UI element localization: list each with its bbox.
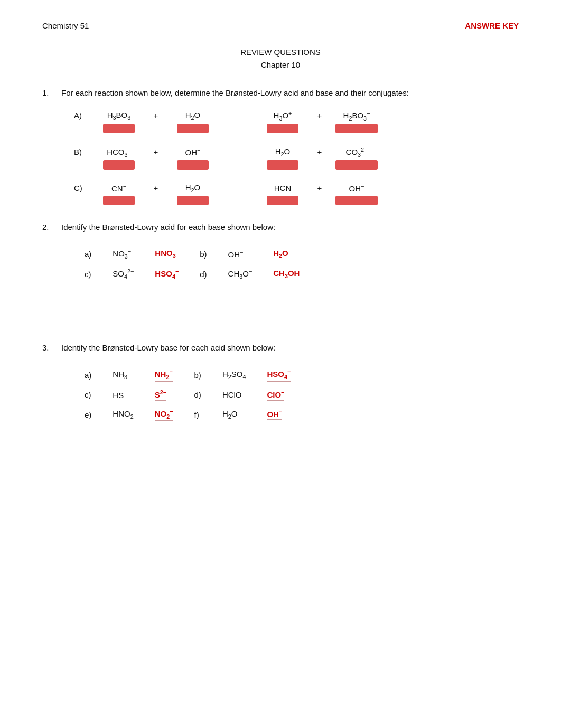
q2-row-a: a) NO3− HNO3 b) OH− H2O [74,244,310,264]
q3-f-base: OH− [256,404,301,425]
q3-a-base: NH2− [144,365,184,385]
question-1: 1. For each reaction shown below, determ… [42,87,519,206]
question-2: 2. Identify the Brønsted-Lowry acid for … [42,222,519,284]
reaction-b-p2: CO32− [333,146,380,158]
q2-b-base: OH− [218,244,263,264]
q2-c-base: SO42− [102,264,144,284]
q3-c-base: S2− [144,385,184,404]
q3-f-letter: f) [184,404,212,425]
a-label2 [177,124,209,133]
q3-d-base: ClO− [256,385,301,404]
reaction-a-row: A) H3BO3 + H2O H3O+ + H2BO3− [74,110,519,122]
q3-c-acid: HS− [102,385,144,404]
reaction-b-labels [74,160,519,170]
reaction-b: B) HCO3− + OH− H2O + CO32− [74,146,519,170]
q3-row-a: a) NH3 NH2− b) H2SO4 HSO4− [74,365,301,385]
q3-a-acid: NH3 [102,365,144,385]
reaction-c-p1: HCN [259,183,306,192]
reaction-c-label: C) [74,183,90,192]
spacer [42,300,519,342]
c-label2 [177,196,209,205]
q2-a-base: NO3− [102,244,144,264]
c-label1 [103,196,135,205]
q3-number: 3. [42,342,57,354]
b-label3 [267,160,298,170]
title-line2: Chapter 10 [42,59,519,71]
reaction-a: A) H3BO3 + H2O H3O+ + H2BO3− [74,110,519,134]
reaction-a-r1: H3BO3 [95,110,143,121]
title-line1: REVIEW QUESTIONS [42,46,519,59]
q2-b-acid: H2O [263,244,310,264]
reaction-c-r2: H2O [169,183,217,193]
q3-d-acid: HClO [212,385,257,404]
reaction-a-p1: H3O+ [259,110,306,122]
q2-a-acid: HNO3 [144,244,189,264]
a-label1 [103,124,135,133]
reaction-c-row: C) CN− + H2O HCN + OH− [74,183,519,193]
reaction-b-row: B) HCO3− + OH− H2O + CO32− [74,146,519,158]
reaction-a-plus2: + [312,111,328,120]
q3-e-acid: HNO2 [102,404,144,425]
reaction-b-plus2: + [312,148,328,156]
q3-d-letter: d) [184,385,212,404]
question-2-text: 2. Identify the Brønsted-Lowry acid for … [42,222,519,234]
q3-e-letter: e) [74,404,102,425]
q3-table: a) NH3 NH2− b) H2SO4 HSO4− c) HS− S2− d)… [74,365,301,425]
page-header: Chemistry 51 ANSWRE KEY [42,21,519,30]
q2-d-letter: d) [189,264,217,284]
reaction-c: C) CN− + H2O HCN + OH− [74,183,519,206]
c-label4 [335,196,378,205]
reaction-c-plus1: + [148,183,164,192]
a-label4 [335,124,378,133]
q2-row-c: c) SO42− HSO4− d) CH3O− CH3OH [74,264,310,284]
reaction-b-r1: HCO3− [95,146,143,158]
q3-f-acid: H2O [212,404,257,425]
q3-b-acid: H2SO4 [212,365,257,385]
q2-d-base: CH3O− [218,264,263,284]
q2-number: 2. [42,222,57,234]
course-title: Chemistry 51 [42,21,89,30]
q2-b-letter: b) [189,244,217,264]
reaction-c-p2: OH− [333,183,380,193]
q3-row-c: c) HS− S2− d) HClO ClO− [74,385,301,404]
q1-body: For each reaction shown below, determine… [61,87,409,99]
q1-number: 1. [42,87,57,99]
reaction-b-label: B) [74,148,90,156]
reaction-c-labels [74,196,519,206]
reaction-b-p1: H2O [259,147,306,158]
q3-e-base: NO2− [144,404,184,425]
page-title: REVIEW QUESTIONS Chapter 10 [42,46,519,71]
q3-b-letter: b) [184,365,212,385]
reaction-b-r2: OH− [169,147,217,157]
question-3-text: 3. Identify the Brønsted-Lowry base for … [42,342,519,354]
q2-c-acid: HSO4− [144,264,189,284]
q3-a-letter: a) [74,365,102,385]
answer-key-label: ANSWRE KEY [465,21,519,30]
q2-body: Identify the Brønsted-Lowry acid for eac… [61,222,275,234]
c-label3 [267,196,298,205]
q2-d-acid: CH3OH [263,264,310,284]
q2-a-letter: a) [74,244,102,264]
q3-body: Identify the Brønsted-Lowry base for eac… [61,342,275,354]
reaction-c-r1: CN− [95,183,143,193]
b-label1 [103,160,135,170]
q3-c-letter: c) [74,385,102,404]
reaction-a-labels [74,124,519,134]
q3-b-base: HSO4− [256,365,301,385]
question-1-text: 1. For each reaction shown below, determ… [42,87,519,99]
q2-c-letter: c) [74,264,102,284]
question-3: 3. Identify the Brønsted-Lowry base for … [42,342,519,425]
reaction-c-plus2: + [312,183,328,192]
reaction-a-p2: H2BO3− [333,110,380,122]
q2-table: a) NO3− HNO3 b) OH− H2O c) SO42− HSO4− d… [74,244,310,284]
b-label2 [177,160,209,170]
reaction-a-plus1: + [148,111,164,120]
reaction-b-plus1: + [148,148,164,156]
b-label4 [335,160,378,170]
a-label3 [267,124,298,133]
q3-row-e: e) HNO2 NO2− f) H2O OH− [74,404,301,425]
reaction-a-r2: H2O [169,110,217,121]
reaction-a-label: A) [74,111,90,120]
